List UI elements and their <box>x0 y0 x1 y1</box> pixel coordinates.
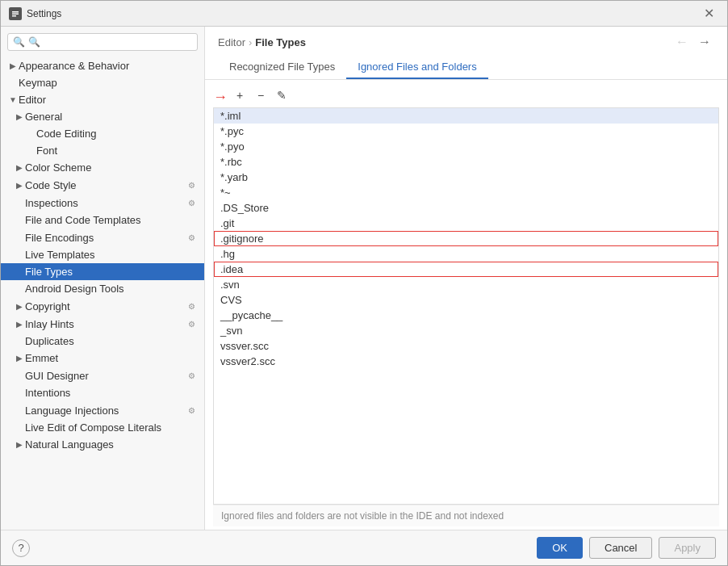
svg-rect-2 <box>12 13 19 15</box>
sidebar-item-label: Copyright <box>25 300 185 312</box>
sidebar-item-live-edit-compose[interactable]: Live Edit of Compose Literals <box>1 419 204 436</box>
expand-icon <box>14 371 25 380</box>
settings-icon: ⚙ <box>185 196 198 209</box>
breadcrumb: Editor › File Types ← → <box>218 35 714 49</box>
titlebar: Settings ✕ <box>1 1 727 27</box>
sidebar-item-language-injections[interactable]: Language Injections ⚙ <box>1 401 204 419</box>
ok-button[interactable]: OK <box>537 537 583 559</box>
sidebar-item-file-encodings[interactable]: File Encodings ⚙ <box>1 228 204 246</box>
sidebar-item-file-code-templates[interactable]: File and Code Templates <box>1 212 204 228</box>
file-list-item[interactable]: vssver2.scc <box>214 354 718 369</box>
help-button[interactable]: ? <box>12 539 30 557</box>
settings-icon: ⚙ <box>185 404 198 417</box>
file-list-item[interactable]: .gitignore <box>214 231 718 246</box>
file-list-item[interactable]: .hg <box>214 246 718 262</box>
tab-bar: Recognized File Types Ignored Files and … <box>218 56 714 79</box>
expand-icon <box>14 337 25 346</box>
window-title: Settings <box>27 8 699 19</box>
nav-forward-button[interactable]: → <box>695 35 714 49</box>
expand-icon <box>14 199 25 208</box>
expand-icon: ▶ <box>14 320 25 329</box>
sidebar-item-live-templates[interactable]: Live Templates <box>1 246 204 263</box>
sidebar-item-label: Code Editing <box>36 128 198 140</box>
sidebar-item-editor[interactable]: ▼ Editor <box>1 91 204 108</box>
file-list-item[interactable]: vssver.scc <box>214 338 718 354</box>
tab-ignored-files-folders[interactable]: Ignored Files and Folders <box>346 56 487 79</box>
file-list-item[interactable]: *.pyc <box>214 124 718 139</box>
sidebar-tree: ▶ Appearance & Behavior Keymap ▼ Editor … <box>1 56 204 530</box>
svg-rect-3 <box>12 15 16 17</box>
sidebar-item-duplicates[interactable]: Duplicates <box>1 333 204 350</box>
expand-icon <box>25 129 36 138</box>
app-icon <box>9 7 22 20</box>
sidebar-item-label: Intentions <box>25 387 198 399</box>
nav-arrows: ← → <box>672 35 714 49</box>
sidebar-item-emmet[interactable]: ▶ Emmet <box>1 350 204 367</box>
nav-back-button[interactable]: ← <box>672 35 692 49</box>
sidebar-item-android-design-tools[interactable]: Android Design Tools <box>1 280 204 297</box>
sidebar-item-inlay-hints[interactable]: ▶ Inlay Hints ⚙ <box>1 315 204 333</box>
search-input[interactable] <box>28 36 192 48</box>
expand-icon <box>14 216 25 224</box>
file-list-item[interactable]: *.pyo <box>214 139 718 154</box>
file-list-item[interactable]: .DS_Store <box>214 200 718 216</box>
sidebar-item-keymap[interactable]: Keymap <box>1 74 204 91</box>
file-list[interactable]: *.iml*.pyc*.pyo*.rbc*.yarb*~.DS_Store.gi… <box>213 107 719 505</box>
file-list-item[interactable]: .svn <box>214 277 718 292</box>
file-list-item[interactable]: *.rbc <box>214 154 718 170</box>
sidebar-item-label: Emmet <box>25 352 198 364</box>
file-list-item[interactable]: .git <box>214 216 718 231</box>
sidebar-item-general[interactable]: ▶ General <box>1 108 204 125</box>
sidebar-item-natural-languages[interactable]: ▶ Natural Languages <box>1 436 204 453</box>
expand-icon <box>7 78 19 87</box>
sidebar-item-label: Font <box>36 145 198 157</box>
sidebar-item-code-editing[interactable]: Code Editing <box>1 125 204 142</box>
sidebar-item-label: File Encodings <box>25 232 185 244</box>
expand-icon: ▶ <box>14 112 25 121</box>
expand-icon <box>14 423 25 432</box>
panel-header: Editor › File Types ← → Recognized File … <box>205 27 727 80</box>
footer-left: ? <box>12 539 30 557</box>
apply-button[interactable]: Apply <box>659 537 716 559</box>
expand-icon <box>14 388 25 397</box>
file-list-item[interactable]: .idea <box>214 262 718 277</box>
settings-window: Settings ✕ 🔍 ▶ Appearance & Behavior Key… <box>0 0 728 566</box>
tab-recognized-file-types[interactable]: Recognized File Types <box>218 56 346 79</box>
sidebar-item-code-style[interactable]: ▶ Code Style ⚙ <box>1 176 204 194</box>
file-list-item[interactable]: *.yarb <box>214 170 718 185</box>
sidebar-item-label: File Types <box>25 266 198 278</box>
close-button[interactable]: ✕ <box>699 6 719 22</box>
sidebar-item-color-scheme[interactable]: ▶ Color Scheme <box>1 159 204 176</box>
expand-icon <box>14 267 25 276</box>
file-list-item[interactable]: *~ <box>214 185 718 200</box>
expand-icon: ▼ <box>7 95 19 104</box>
expand-icon: ▶ <box>14 354 25 363</box>
breadcrumb-parent: Editor <box>218 36 245 48</box>
expand-icon: ▶ <box>14 163 25 172</box>
sidebar-item-font[interactable]: Font <box>1 142 204 159</box>
sidebar-item-gui-designer[interactable]: GUI Designer ⚙ <box>1 367 204 384</box>
sidebar-item-appearance[interactable]: ▶ Appearance & Behavior <box>1 57 204 74</box>
expand-icon <box>25 146 36 155</box>
file-list-item[interactable]: CVS <box>214 292 718 308</box>
file-list-item[interactable]: *.iml <box>214 108 718 124</box>
sidebar-item-label: Code Style <box>25 179 185 191</box>
expand-icon: ▶ <box>14 181 25 190</box>
sidebar-item-intentions[interactable]: Intentions <box>1 384 204 401</box>
file-list-item[interactable]: _svn <box>214 323 718 338</box>
sidebar-item-label: GUI Designer <box>25 370 185 382</box>
remove-button[interactable]: − <box>252 86 270 104</box>
edit-button[interactable]: ✎ <box>273 86 291 104</box>
settings-icon: ⚙ <box>185 317 198 330</box>
sidebar-item-file-types[interactable]: File Types <box>1 263 204 280</box>
sidebar-item-label: Editor <box>19 94 198 106</box>
sidebar-item-copyright[interactable]: ▶ Copyright ⚙ <box>1 297 204 315</box>
search-box[interactable]: 🔍 <box>7 33 198 51</box>
add-button[interactable]: + <box>231 86 249 104</box>
file-list-item[interactable]: __pycache__ <box>214 308 718 323</box>
sidebar-item-inspections[interactable]: Inspections ⚙ <box>1 194 204 212</box>
sidebar-item-label: Live Edit of Compose Literals <box>25 421 198 434</box>
cancel-button[interactable]: Cancel <box>589 537 652 559</box>
settings-icon: ⚙ <box>185 231 198 244</box>
tab-label: Recognized File Types <box>229 61 335 73</box>
